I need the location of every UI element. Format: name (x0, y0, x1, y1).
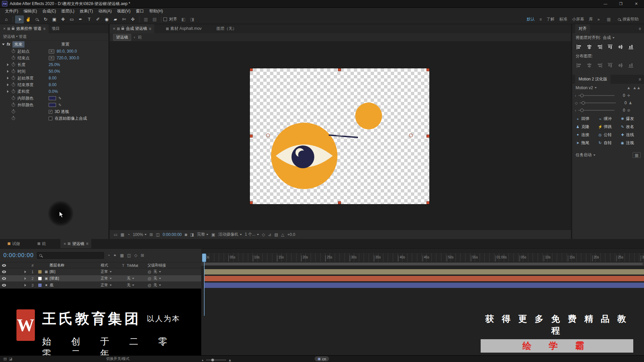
clone-stamp-tool-icon[interactable]: ◉ (102, 15, 111, 23)
current-time-indicator[interactable] (202, 253, 206, 262)
workspace-extra-icon[interactable]: ▤ (150, 15, 159, 23)
close-icon[interactable]: ✕ (63, 242, 66, 246)
camera-tool-icon[interactable]: ▣ (50, 15, 59, 23)
twirl-icon[interactable] (7, 77, 9, 79)
layer-duration-bar[interactable] (204, 276, 644, 281)
selection-tool-icon[interactable]: ➤ (15, 15, 24, 23)
point-crosshair-icon[interactable]: + (49, 56, 54, 60)
parent-link-dropdown[interactable]: @无 (148, 283, 198, 288)
align-right-button[interactable] (596, 44, 603, 50)
task-launch-button[interactable]: ▦ (633, 152, 641, 158)
property-value[interactable]: 80.0, 300.0 (57, 49, 77, 54)
panel-menu-icon[interactable]: ≡ (149, 26, 151, 31)
visibility-eye-icon[interactable] (0, 270, 8, 273)
render-icon[interactable]: ◪ (9, 357, 12, 361)
stopwatch-icon[interactable] (12, 63, 15, 66)
align-to-dropdown[interactable]: 合成 (603, 35, 614, 41)
tab-align[interactable]: 对齐 (575, 24, 590, 33)
zoom-knob[interactable] (211, 359, 214, 361)
stopwatch-icon[interactable] (12, 97, 15, 100)
resolution-dropdown[interactable]: 完整 (197, 232, 208, 237)
view-layout-dropdown[interactable]: 1 个... (245, 232, 259, 237)
menu-layer[interactable]: 图层(L) (59, 8, 77, 14)
menu-window[interactable]: 窗口 (133, 8, 146, 14)
close-icon[interactable]: ✕ (113, 27, 115, 31)
layer-search-box[interactable] (37, 252, 104, 259)
menu-help[interactable]: 帮助(H) (147, 8, 165, 14)
composition-canvas[interactable] (250, 68, 429, 204)
table-row[interactable]: 2 ▣ [管道] 正常 无 @无 (0, 275, 201, 282)
zoom-tool-icon[interactable] (33, 15, 41, 23)
close-icon[interactable]: ✕ (3, 27, 6, 31)
distribute-v-center-button[interactable] (586, 62, 593, 68)
workspace-overflow-icon[interactable]: » (597, 17, 600, 22)
tab-layer[interactable]: 图层（无） (213, 24, 239, 33)
pen-tool-icon[interactable]: ✒ (76, 15, 85, 23)
motion-button-jump[interactable]: ⚡弹跳 (597, 123, 619, 130)
graph-editor-icon[interactable]: ⊞ (141, 253, 144, 258)
align-h-center-button[interactable] (586, 44, 593, 50)
time-ruler[interactable]: 0s05s10s15s20s25s30s35s40s45s50s55s01:00… (201, 253, 644, 262)
twirl-icon[interactable] (7, 83, 9, 86)
panel-menu-icon[interactable]: ≡ (639, 77, 641, 82)
pan-behind-tool-icon[interactable]: ✥ (59, 15, 67, 23)
align-left-button[interactable] (576, 44, 582, 50)
exposure-value[interactable]: +0.0 (287, 232, 296, 237)
pick-whip-icon[interactable]: @ (148, 270, 151, 274)
anchor-center-icon[interactable]: ◇ (575, 101, 578, 105)
current-time[interactable]: 0:00:00:00 (163, 232, 182, 237)
motion-blur-icon[interactable]: ◇ (134, 253, 137, 258)
layer-label-chip[interactable] (38, 284, 42, 287)
roto-brush-tool-icon[interactable]: ✄ (120, 15, 128, 23)
region-of-interest-icon[interactable]: ▣ (211, 232, 215, 237)
pick-whip-icon[interactable]: @ (148, 277, 151, 281)
ime-indicator[interactable]: ◉ cn (315, 356, 329, 361)
motion-button-bounce[interactable]: +回弹 (575, 115, 597, 122)
tab-project[interactable]: 项目 (49, 24, 63, 33)
align-top-button[interactable] (607, 44, 613, 50)
motion-button-trail[interactable]: ➤拖尾 (575, 139, 597, 146)
motion-button-connect[interactable]: ✦连接 (575, 131, 597, 138)
shape-tool-icon[interactable]: ▭ (67, 15, 76, 23)
twirl-icon[interactable] (7, 63, 9, 66)
slider-value[interactable]: 0 (618, 101, 627, 105)
snap-option-icon[interactable]: ◨ (188, 15, 197, 23)
twirl-open-icon[interactable] (2, 44, 5, 45)
slider-value[interactable]: 0 (616, 93, 625, 98)
current-time-display[interactable]: 0:00:00:00 (3, 252, 34, 259)
workspace-extra-icon[interactable]: ▥ (142, 15, 150, 23)
puppet-pin-tool-icon[interactable]: ✜ (128, 15, 137, 23)
menu-file[interactable]: 文件(F) (3, 8, 20, 14)
table-row[interactable]: 3 ★ 底 正常 无 @无 (0, 282, 201, 289)
grid-guides-icon[interactable]: ⊞ (150, 232, 153, 237)
minimize-button[interactable]: — (598, 0, 613, 7)
column-parent-link[interactable]: 父级和链接 (148, 263, 198, 268)
twirl-icon[interactable] (7, 70, 9, 73)
stopwatch-icon[interactable] (12, 70, 15, 73)
blend-mode-dropdown[interactable]: 正常 (101, 276, 122, 281)
motion-slider[interactable] (580, 103, 616, 103)
task-launch-dropdown[interactable]: 任务启动 (576, 152, 595, 158)
hand-tool-icon[interactable]: ✌ (24, 15, 33, 23)
snap-option-icon[interactable]: ◧ (179, 15, 188, 23)
property-value[interactable]: 0.0% (49, 89, 58, 94)
workspace-default[interactable]: 默认 (527, 16, 535, 22)
effect-header-row[interactable]: fx 光束 重置 (0, 41, 108, 48)
nav-comp-chip[interactable]: 望远镜 (113, 34, 131, 41)
parent-link-dropdown[interactable]: @无 (148, 269, 198, 274)
property-value[interactable]: 25.0% (49, 62, 60, 67)
distribute-h-center-button[interactable] (618, 62, 624, 69)
checkbox-checked[interactable]: ✓ (49, 110, 52, 114)
workspace-learn[interactable]: 了解 (546, 16, 554, 22)
menu-edit[interactable]: 编辑(E) (21, 8, 39, 14)
layer-name[interactable]: [管道] (50, 276, 101, 281)
twirl-icon[interactable] (24, 284, 26, 287)
point-crosshair-icon[interactable]: + (49, 49, 54, 54)
property-value[interactable]: 8.00 (49, 82, 56, 87)
draft-3d-icon[interactable]: ✦ (113, 253, 117, 258)
tab-motion[interactable]: Motion 2 汉化版 (575, 75, 610, 84)
parent-link-dropdown[interactable]: @无 (148, 276, 198, 281)
stopwatch-icon[interactable] (12, 50, 15, 53)
eyedropper-icon[interactable]: ✎ (58, 103, 61, 107)
layer-label-chip[interactable] (38, 270, 42, 274)
